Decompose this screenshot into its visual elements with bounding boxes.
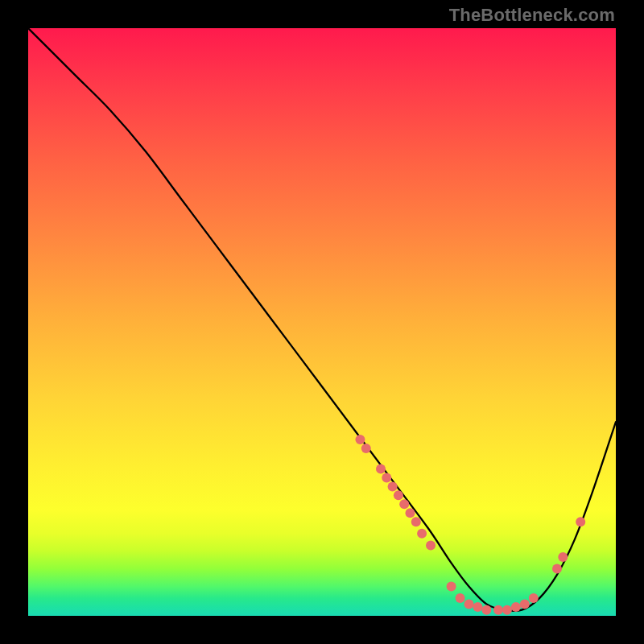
data-marker <box>399 499 409 509</box>
data-marker <box>382 473 391 482</box>
data-marker <box>417 529 427 539</box>
chart-svg <box>28 28 616 616</box>
data-marker <box>394 490 403 500</box>
data-marker <box>529 593 539 603</box>
data-marker <box>411 517 421 526</box>
data-marker <box>376 464 386 474</box>
plot-area <box>28 28 616 616</box>
data-marker <box>473 602 482 612</box>
data-marker <box>355 435 365 444</box>
data-marker <box>406 508 415 518</box>
data-marker <box>361 444 371 453</box>
data-marker <box>426 540 436 550</box>
data-marker <box>456 593 465 603</box>
data-marker <box>576 517 585 526</box>
data-marker <box>493 605 503 615</box>
watermark-text: TheBottleneck.com <box>449 5 615 26</box>
data-marker <box>520 599 530 609</box>
data-marker <box>511 602 521 612</box>
chart-frame: TheBottleneck.com <box>0 0 644 644</box>
data-marker <box>558 552 568 562</box>
data-marker <box>447 582 456 592</box>
data-marker <box>388 481 398 491</box>
curve-line <box>28 28 616 611</box>
data-marker <box>481 605 491 615</box>
data-marker <box>552 564 562 574</box>
data-marker <box>502 605 512 615</box>
data-marker <box>464 599 474 609</box>
